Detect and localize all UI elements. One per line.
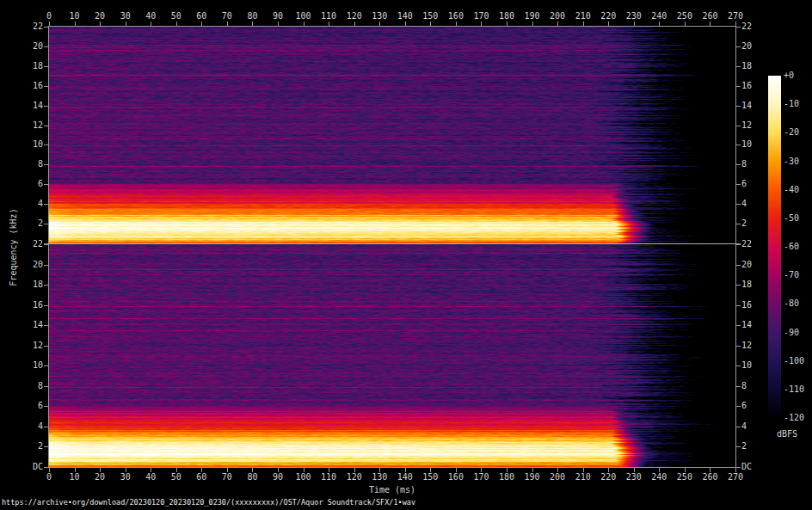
freq-tick-label-left: 10 [33, 360, 43, 371]
time-tick-label-top: 250 [677, 11, 692, 22]
time-tick-label-top: 210 [575, 11, 591, 22]
time-tick-label-bottom: 80 [247, 472, 257, 482]
colorbar-tick-label: -60 [784, 242, 799, 252]
freq-tick-right [736, 66, 741, 67]
freq-tick-right [736, 106, 741, 107]
freq-tick-left [44, 204, 48, 205]
colorbar-tick-label: -90 [784, 328, 799, 338]
time-tick-label-top: 170 [473, 11, 489, 22]
time-tick-top [507, 22, 508, 26]
time-tick-top [354, 22, 355, 26]
freq-tick-right [736, 406, 741, 407]
freq-tick-left [44, 467, 48, 468]
freq-tick-label-left: 6 [38, 401, 43, 411]
time-tick-label-top: 20 [95, 11, 105, 22]
time-tick-top [126, 22, 126, 26]
time-tick-top [456, 22, 457, 26]
panel-divider [48, 243, 736, 244]
freq-tick-label-right: 18 [741, 280, 752, 290]
freq-tick-label-left: 2 [38, 441, 43, 452]
freq-tick-label-right: 22 [741, 239, 752, 249]
freq-tick-right [736, 224, 741, 224]
time-tick-label-bottom: 120 [347, 472, 362, 482]
freq-tick-label-right: 6 [741, 179, 747, 189]
freq-tick-label-right: 10 [741, 139, 752, 150]
freq-tick-label-right: 16 [741, 300, 752, 310]
freq-tick-right [736, 164, 741, 165]
time-tick-label-bottom: 140 [397, 472, 413, 482]
frequency-axis-title-wrap: Frequency (kHz) [0, 26, 26, 468]
freq-tick-right [736, 346, 741, 347]
freq-tick-right [736, 126, 741, 126]
colorbar-tick-label: -100 [784, 356, 804, 366]
time-tick-label-bottom: 180 [499, 472, 514, 482]
freq-tick-right [736, 305, 741, 306]
freq-tick-label-right: 20 [741, 41, 752, 52]
freq-tick-left [44, 46, 48, 47]
freq-tick-label-left: 12 [33, 341, 43, 351]
freq-tick-label-right: 8 [741, 159, 747, 169]
time-tick-top [329, 22, 329, 26]
freq-tick-right [736, 204, 741, 205]
time-tick-label-top: 260 [702, 11, 717, 22]
time-tick-top [634, 22, 635, 26]
time-tick-label-bottom: 20 [95, 472, 105, 482]
time-tick-label-top: 160 [448, 11, 464, 22]
colorbar-unit-label: dBFS [768, 429, 806, 439]
freq-tick-label-left: 14 [33, 101, 43, 111]
time-tick-top [430, 22, 431, 26]
time-tick-top [379, 22, 380, 26]
freq-tick-right [736, 386, 741, 387]
time-tick-top [176, 22, 177, 26]
time-tick-label-bottom: 60 [196, 472, 206, 482]
time-tick-label-bottom: 50 [171, 472, 181, 482]
time-tick-label-bottom: 220 [600, 472, 616, 482]
colorbar-tick-label: -120 [784, 413, 804, 423]
time-tick-top [557, 22, 558, 26]
freq-tick-left [44, 305, 48, 306]
freq-tick-left [44, 406, 48, 407]
freq-tick-left [44, 126, 48, 126]
freq-tick-right [736, 244, 741, 245]
freq-tick-label-left: 8 [38, 159, 43, 169]
freq-tick-right [736, 27, 741, 28]
time-tick-top [49, 22, 50, 26]
time-axis-title: Time (ms) [49, 485, 735, 495]
freq-tick-left [44, 386, 48, 387]
time-tick-label-top: 200 [550, 11, 565, 22]
time-tick-label-bottom: 30 [120, 472, 131, 482]
time-tick-label-top: 10 [70, 11, 80, 22]
source-url-text: https://archive•org/download/20230120_20… [2, 498, 415, 507]
freq-tick-label-left: DC [33, 462, 43, 472]
freq-tick-right [736, 285, 741, 286]
freq-tick-label-right: 16 [741, 81, 752, 91]
time-tick-label-bottom: 70 [222, 472, 232, 482]
freq-tick-label-left: 22 [33, 22, 43, 32]
freq-tick-label-right: 12 [741, 341, 752, 351]
time-tick-top [659, 22, 660, 26]
freq-tick-left [44, 66, 48, 67]
freq-tick-right [736, 325, 741, 326]
time-tick-label-top: 90 [273, 11, 283, 22]
time-tick-top [227, 22, 228, 26]
time-tick-label-top: 220 [600, 11, 616, 22]
time-tick-label-top: 40 [145, 11, 156, 22]
time-tick-label-bottom: 210 [575, 472, 591, 482]
time-tick-label-bottom: 260 [702, 472, 717, 482]
plot-frame-left [48, 26, 49, 468]
time-tick-label-top: 150 [422, 11, 438, 22]
freq-tick-left [44, 184, 48, 185]
time-tick-label-top: 120 [347, 11, 362, 22]
time-tick-label-top: 30 [120, 11, 131, 22]
freq-tick-label-left: 22 [33, 239, 43, 249]
freq-tick-label-left: 20 [33, 260, 43, 270]
time-tick-top [532, 22, 533, 26]
channel-1-spectrogram [49, 27, 735, 243]
freq-tick-left [44, 144, 48, 145]
time-tick-top [75, 22, 76, 26]
freq-tick-left [44, 427, 48, 427]
freq-tick-label-left: 4 [38, 199, 43, 209]
freq-tick-right [736, 446, 741, 447]
freq-tick-right [736, 467, 741, 468]
freq-tick-left [44, 346, 48, 347]
